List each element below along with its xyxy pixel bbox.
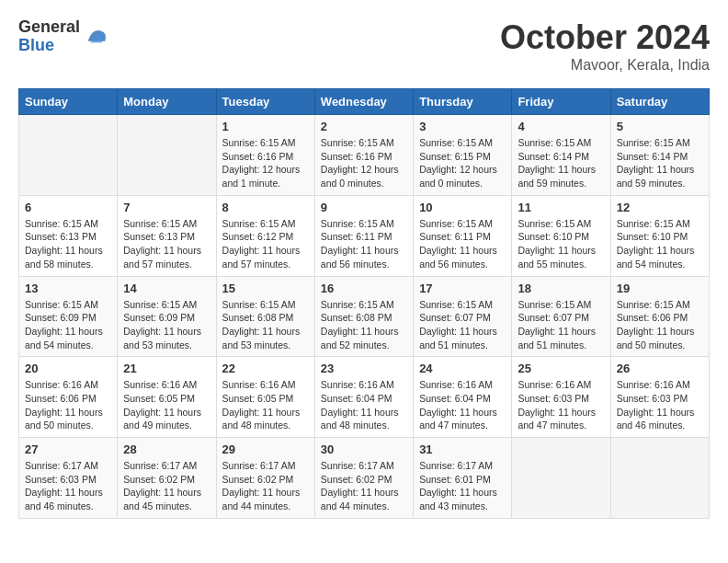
calendar-cell bbox=[610, 438, 709, 519]
calendar-cell: 23Sunrise: 6:16 AM Sunset: 6:04 PM Dayli… bbox=[314, 357, 413, 438]
day-number: 19 bbox=[617, 282, 703, 295]
day-info: Sunrise: 6:15 AM Sunset: 6:10 PM Dayligh… bbox=[518, 217, 604, 271]
day-info: Sunrise: 6:15 AM Sunset: 6:16 PM Dayligh… bbox=[321, 136, 407, 190]
calendar-cell: 20Sunrise: 6:16 AM Sunset: 6:06 PM Dayli… bbox=[19, 357, 118, 438]
calendar-week-4: 20Sunrise: 6:16 AM Sunset: 6:06 PM Dayli… bbox=[19, 357, 710, 438]
calendar-cell: 17Sunrise: 6:15 AM Sunset: 6:07 PM Dayli… bbox=[414, 276, 512, 357]
calendar-cell: 26Sunrise: 6:16 AM Sunset: 6:03 PM Dayli… bbox=[610, 357, 709, 438]
day-info: Sunrise: 6:15 AM Sunset: 6:13 PM Dayligh… bbox=[123, 217, 210, 271]
calendar-cell: 29Sunrise: 6:17 AM Sunset: 6:02 PM Dayli… bbox=[216, 438, 314, 519]
calendar-cell: 5Sunrise: 6:15 AM Sunset: 6:14 PM Daylig… bbox=[610, 115, 709, 196]
day-info: Sunrise: 6:15 AM Sunset: 6:09 PM Dayligh… bbox=[25, 298, 111, 352]
day-number: 16 bbox=[321, 282, 407, 295]
weekday-header-sunday: Sunday bbox=[19, 89, 118, 115]
day-info: Sunrise: 6:17 AM Sunset: 6:03 PM Dayligh… bbox=[25, 459, 111, 513]
day-number: 22 bbox=[222, 362, 309, 375]
day-info: Sunrise: 6:15 AM Sunset: 6:15 PM Dayligh… bbox=[419, 136, 506, 190]
day-info: Sunrise: 6:17 AM Sunset: 6:01 PM Dayligh… bbox=[419, 459, 506, 513]
day-number: 21 bbox=[123, 362, 210, 375]
calendar-cell: 14Sunrise: 6:15 AM Sunset: 6:09 PM Dayli… bbox=[118, 276, 216, 357]
day-info: Sunrise: 6:15 AM Sunset: 6:14 PM Dayligh… bbox=[617, 136, 703, 190]
day-number: 30 bbox=[321, 442, 407, 456]
calendar-cell: 4Sunrise: 6:15 AM Sunset: 6:14 PM Daylig… bbox=[512, 115, 610, 196]
calendar-cell: 16Sunrise: 6:15 AM Sunset: 6:08 PM Dayli… bbox=[314, 276, 413, 357]
day-info: Sunrise: 6:15 AM Sunset: 6:12 PM Dayligh… bbox=[222, 217, 309, 271]
calendar-cell: 25Sunrise: 6:16 AM Sunset: 6:03 PM Dayli… bbox=[512, 357, 610, 438]
weekday-header-thursday: Thursday bbox=[414, 89, 512, 115]
day-info: Sunrise: 6:15 AM Sunset: 6:13 PM Dayligh… bbox=[25, 217, 111, 271]
day-info: Sunrise: 6:17 AM Sunset: 6:02 PM Dayligh… bbox=[321, 459, 407, 513]
day-number: 14 bbox=[123, 282, 210, 295]
day-info: Sunrise: 6:15 AM Sunset: 6:11 PM Dayligh… bbox=[419, 217, 506, 271]
page-header: General Blue October 2024 Mavoor, Kerala… bbox=[18, 18, 710, 74]
weekday-header-monday: Monday bbox=[118, 89, 216, 115]
day-number: 26 bbox=[617, 362, 703, 375]
calendar-cell bbox=[19, 115, 118, 196]
day-number: 20 bbox=[25, 362, 111, 375]
calendar-cell: 27Sunrise: 6:17 AM Sunset: 6:03 PM Dayli… bbox=[19, 438, 118, 519]
day-number: 15 bbox=[222, 282, 309, 295]
weekday-header-tuesday: Tuesday bbox=[216, 89, 314, 115]
day-number: 18 bbox=[518, 282, 604, 295]
day-number: 8 bbox=[222, 201, 309, 214]
logo-icon bbox=[84, 24, 109, 50]
calendar-cell: 30Sunrise: 6:17 AM Sunset: 6:02 PM Dayli… bbox=[314, 438, 413, 519]
calendar-cell: 9Sunrise: 6:15 AM Sunset: 6:11 PM Daylig… bbox=[314, 195, 413, 276]
calendar-cell: 22Sunrise: 6:16 AM Sunset: 6:05 PM Dayli… bbox=[216, 357, 314, 438]
day-info: Sunrise: 6:17 AM Sunset: 6:02 PM Dayligh… bbox=[222, 459, 309, 513]
day-number: 23 bbox=[321, 362, 407, 375]
month-title: October 2024 bbox=[500, 18, 710, 57]
day-info: Sunrise: 6:16 AM Sunset: 6:04 PM Dayligh… bbox=[321, 378, 407, 432]
day-info: Sunrise: 6:17 AM Sunset: 6:02 PM Dayligh… bbox=[123, 459, 210, 513]
day-number: 9 bbox=[321, 201, 407, 214]
calendar-cell: 24Sunrise: 6:16 AM Sunset: 6:04 PM Dayli… bbox=[414, 357, 512, 438]
weekday-header-saturday: Saturday bbox=[610, 89, 709, 115]
logo: General Blue bbox=[18, 18, 109, 55]
calendar-cell: 31Sunrise: 6:17 AM Sunset: 6:01 PM Dayli… bbox=[414, 438, 512, 519]
calendar-cell: 3Sunrise: 6:15 AM Sunset: 6:15 PM Daylig… bbox=[414, 115, 512, 196]
day-info: Sunrise: 6:16 AM Sunset: 6:05 PM Dayligh… bbox=[222, 378, 309, 432]
day-number: 2 bbox=[321, 120, 407, 133]
day-number: 17 bbox=[419, 282, 506, 295]
calendar-cell: 12Sunrise: 6:15 AM Sunset: 6:10 PM Dayli… bbox=[610, 195, 709, 276]
calendar-cell: 13Sunrise: 6:15 AM Sunset: 6:09 PM Dayli… bbox=[19, 276, 118, 357]
day-info: Sunrise: 6:15 AM Sunset: 6:14 PM Dayligh… bbox=[518, 136, 604, 190]
calendar-cell: 1Sunrise: 6:15 AM Sunset: 6:16 PM Daylig… bbox=[216, 115, 314, 196]
day-info: Sunrise: 6:15 AM Sunset: 6:08 PM Dayligh… bbox=[222, 298, 309, 352]
day-number: 1 bbox=[222, 120, 309, 133]
day-info: Sunrise: 6:15 AM Sunset: 6:07 PM Dayligh… bbox=[518, 298, 604, 352]
day-number: 29 bbox=[222, 442, 309, 456]
calendar-cell: 28Sunrise: 6:17 AM Sunset: 6:02 PM Dayli… bbox=[118, 438, 216, 519]
location: Mavoor, Kerala, India bbox=[500, 57, 710, 74]
day-info: Sunrise: 6:15 AM Sunset: 6:09 PM Dayligh… bbox=[123, 298, 210, 352]
logo-general-text: General bbox=[18, 18, 80, 37]
calendar-week-1: 1Sunrise: 6:15 AM Sunset: 6:16 PM Daylig… bbox=[19, 115, 710, 196]
day-number: 28 bbox=[123, 442, 210, 456]
day-info: Sunrise: 6:16 AM Sunset: 6:05 PM Dayligh… bbox=[123, 378, 210, 432]
day-info: Sunrise: 6:16 AM Sunset: 6:03 PM Dayligh… bbox=[617, 378, 703, 432]
day-number: 24 bbox=[419, 362, 506, 375]
day-info: Sunrise: 6:15 AM Sunset: 6:06 PM Dayligh… bbox=[617, 298, 703, 352]
calendar-week-5: 27Sunrise: 6:17 AM Sunset: 6:03 PM Dayli… bbox=[19, 438, 710, 519]
day-number: 25 bbox=[518, 362, 604, 375]
calendar-cell: 18Sunrise: 6:15 AM Sunset: 6:07 PM Dayli… bbox=[512, 276, 610, 357]
day-info: Sunrise: 6:16 AM Sunset: 6:06 PM Dayligh… bbox=[25, 378, 111, 432]
day-number: 12 bbox=[617, 201, 703, 214]
day-info: Sunrise: 6:16 AM Sunset: 6:04 PM Dayligh… bbox=[419, 378, 506, 432]
day-info: Sunrise: 6:15 AM Sunset: 6:11 PM Dayligh… bbox=[321, 217, 407, 271]
calendar-cell: 7Sunrise: 6:15 AM Sunset: 6:13 PM Daylig… bbox=[118, 195, 216, 276]
weekday-header-wednesday: Wednesday bbox=[314, 89, 413, 115]
calendar-cell: 2Sunrise: 6:15 AM Sunset: 6:16 PM Daylig… bbox=[314, 115, 413, 196]
logo-blue-text: Blue bbox=[18, 37, 80, 55]
day-number: 4 bbox=[518, 120, 604, 133]
day-info: Sunrise: 6:16 AM Sunset: 6:03 PM Dayligh… bbox=[518, 378, 604, 432]
day-number: 7 bbox=[123, 201, 210, 214]
day-info: Sunrise: 6:15 AM Sunset: 6:16 PM Dayligh… bbox=[222, 136, 309, 190]
calendar-cell: 10Sunrise: 6:15 AM Sunset: 6:11 PM Dayli… bbox=[414, 195, 512, 276]
calendar-cell: 21Sunrise: 6:16 AM Sunset: 6:05 PM Dayli… bbox=[118, 357, 216, 438]
calendar-cell: 11Sunrise: 6:15 AM Sunset: 6:10 PM Dayli… bbox=[512, 195, 610, 276]
day-number: 13 bbox=[25, 282, 111, 295]
calendar-table: SundayMondayTuesdayWednesdayThursdayFrid… bbox=[18, 88, 710, 519]
calendar-cell: 8Sunrise: 6:15 AM Sunset: 6:12 PM Daylig… bbox=[216, 195, 314, 276]
day-number: 6 bbox=[25, 201, 111, 214]
